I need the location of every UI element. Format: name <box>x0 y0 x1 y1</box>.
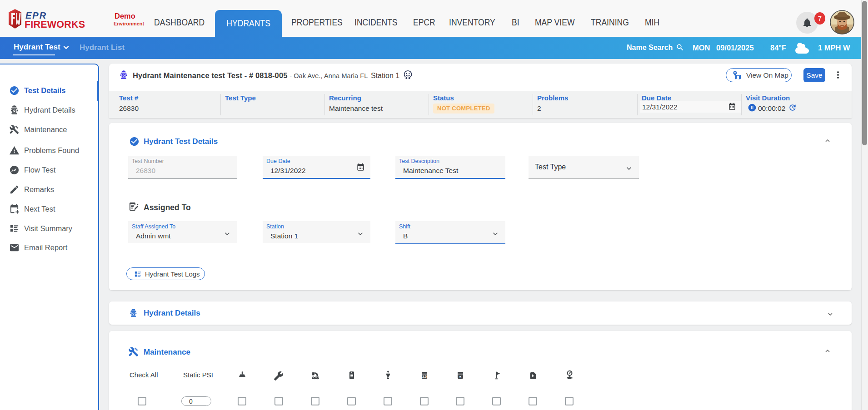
svg-text:5: 5 <box>459 375 462 379</box>
svg-text:2.5: 2.5 <box>422 375 427 378</box>
